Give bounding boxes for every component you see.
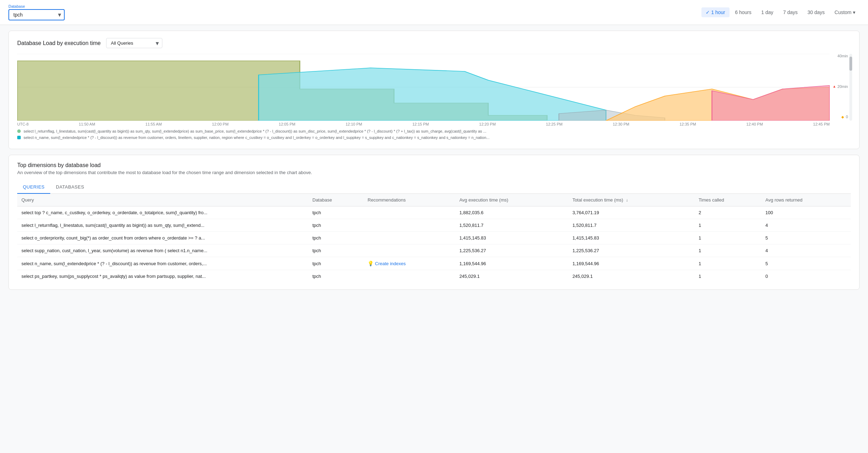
x-label-1240: 12:40 PM (746, 122, 763, 126)
database-selector: Database tpch ▾ (8, 4, 65, 20)
time-btn-30days[interactable]: 30 days (803, 7, 829, 17)
table-row: select l_returnflag, l_linestatus, sum(c… (17, 219, 851, 232)
avg-rows-cell-2: 5 (761, 232, 851, 244)
query-text-0: select top ? c_name, c_custkey, o_orderk… (17, 206, 308, 219)
query-text-4: select n_name, sum(l_extendedprice * (? … (17, 257, 308, 270)
time-btn-6hours[interactable]: 6 hours (731, 7, 756, 17)
avg-exec-cell-1: 1,520,811.7 (455, 219, 568, 232)
times-called-cell-0: 2 (694, 206, 761, 219)
avg-exec-cell-3: 1,225,536.27 (455, 244, 568, 257)
avg-rows-cell-0: 100 (761, 206, 851, 219)
tab-databases[interactable]: DATABASES (50, 181, 90, 194)
chart-card: Database Load by execution time All Quer… (8, 31, 860, 149)
chart-legend: select l_returnflag, l_linestatus, sum(c… (17, 129, 851, 140)
database-select[interactable]: tpch (8, 9, 65, 20)
x-axis-labels: UTC-8 11:50 AM 11:55 AM 12:00 PM 12:05 P… (17, 122, 851, 126)
x-label-1205: 12:05 PM (279, 122, 295, 126)
table-row: select top ? c_name, c_custkey, o_orderk… (17, 206, 851, 219)
reco-cell-2 (363, 232, 455, 244)
x-label-1230: 12:30 PM (613, 122, 629, 126)
y-label-20min: ▲ 20min (833, 84, 848, 89)
y-label-0: ◆ 0 (833, 115, 848, 119)
avg-rows-cell-1: 4 (761, 219, 851, 232)
top-bar: Database tpch ▾ ✓ 1 hour 6 hours 1 day 7… (0, 0, 868, 25)
legend-text-1: select n_name, sum(l_extendedprice * (? … (24, 135, 490, 140)
x-label-utc8: UTC-8 (17, 122, 28, 126)
chart-scrollbar-thumb (849, 57, 852, 71)
total-exec-cell-5: 245,029.1 (568, 270, 694, 283)
legend-item-1: select n_name, sum(l_extendedprice * (? … (17, 135, 851, 140)
main-content: Database Load by execution time All Quer… (0, 25, 868, 301)
time-btn-1hour[interactable]: ✓ 1 hour (701, 7, 730, 17)
tab-queries[interactable]: QUERIES (17, 181, 50, 194)
times-called-cell-4: 1 (694, 257, 761, 270)
time-range-selector: ✓ 1 hour 6 hours 1 day 7 days 30 days Cu… (701, 7, 860, 17)
x-label-1210: 12:10 PM (345, 122, 362, 126)
bottom-panel-desc: An overview of the top dimensions that c… (17, 170, 851, 175)
query-text-5: select ps_partkey, sum(ps_supplycost * p… (17, 270, 308, 283)
db-cell-5: tpch (308, 270, 363, 283)
avg-exec-cell-4: 1,169,544.96 (455, 257, 568, 270)
x-label-1200: 12:00 PM (212, 122, 228, 126)
reco-cell-1 (363, 219, 455, 232)
database-select-wrapper: tpch ▾ (8, 9, 65, 20)
reco-cell-4: 💡 Create indexes (363, 257, 455, 270)
table-row: select ps_partkey, sum(ps_supplycost * p… (17, 270, 851, 283)
sort-icon: ↓ (626, 198, 628, 203)
db-cell-0: tpch (308, 206, 363, 219)
bottom-panel: Top dimensions by database load An overv… (8, 155, 860, 290)
chart-area: 40min ▲ 20min ◆ 0 (17, 54, 851, 121)
query-select-wrapper: All Queries ▾ (106, 38, 162, 48)
times-called-cell-3: 1 (694, 244, 761, 257)
create-indexes-button[interactable]: 💡 Create indexes (368, 261, 406, 266)
time-btn-1day[interactable]: 1 day (757, 7, 777, 17)
chart-scrollbar[interactable] (849, 54, 852, 121)
legend-item-0: select l_returnflag, l_linestatus, sum(c… (17, 129, 851, 133)
queries-table: Query Database Recommendations Avg execu… (17, 194, 851, 282)
avg-exec-cell-5: 245,029.1 (455, 270, 568, 283)
table-row: select n_name, sum(l_extendedprice * (? … (17, 257, 851, 270)
legend-dot-0 (17, 129, 21, 133)
total-exec-cell-3: 1,225,536.27 (568, 244, 694, 257)
time-btn-7days[interactable]: 7 days (779, 7, 802, 17)
x-label-1220: 12:20 PM (479, 122, 496, 126)
tabs-container: QUERIES DATABASES (17, 181, 851, 194)
reco-cell-0 (363, 206, 455, 219)
avg-rows-cell-4: 5 (761, 257, 851, 270)
diamond-icon: ◆ (841, 115, 844, 119)
query-filter-select[interactable]: All Queries (106, 38, 162, 48)
col-query: Query (17, 194, 308, 206)
check-icon: ✓ (706, 9, 711, 15)
query-text-3: select supp_nation, cust_nation, l_year,… (17, 244, 308, 257)
query-text-1: select l_returnflag, l_linestatus, sum(c… (17, 219, 308, 232)
triangle-up-icon: ▲ (833, 84, 836, 88)
total-exec-cell-2: 1,415,145.83 (568, 232, 694, 244)
x-label-1150: 11:50 AM (79, 122, 95, 126)
reco-cell-5 (363, 270, 455, 283)
legend-dot-1 (17, 136, 21, 139)
total-exec-cell-0: 3,764,071.19 (568, 206, 694, 219)
col-avg-rows: Avg rows returned (761, 194, 851, 206)
chart-title: Database Load by execution time (17, 40, 101, 46)
col-total-exec[interactable]: Total execution time (ms) ↓ (568, 194, 694, 206)
x-label-1235: 12:35 PM (680, 122, 696, 126)
db-cell-3: tpch (308, 244, 363, 257)
time-btn-custom[interactable]: Custom ▾ (830, 7, 860, 17)
total-exec-cell-4: 1,169,544.96 (568, 257, 694, 270)
total-exec-cell-1: 1,520,811.7 (568, 219, 694, 232)
x-label-1245: 12:45 PM (813, 122, 830, 126)
times-called-cell-5: 1 (694, 270, 761, 283)
y-label-40min: 40min (833, 54, 848, 58)
chart-svg (17, 54, 830, 121)
avg-exec-cell-0: 1,882,035.6 (455, 206, 568, 219)
table-row: select supp_nation, cust_nation, l_year,… (17, 244, 851, 257)
y-axis-labels: 40min ▲ 20min ◆ 0 (833, 54, 848, 119)
legend-text-0: select l_returnflag, l_linestatus, sum(c… (24, 129, 486, 133)
database-label: Database (8, 4, 65, 8)
x-label-1215: 12:15 PM (412, 122, 429, 126)
svg-marker-7 (712, 85, 830, 121)
custom-dropdown-icon: ▾ (853, 9, 855, 15)
avg-rows-cell-5: 0 (761, 270, 851, 283)
db-cell-2: tpch (308, 232, 363, 244)
chart-header: Database Load by execution time All Quer… (17, 38, 851, 48)
